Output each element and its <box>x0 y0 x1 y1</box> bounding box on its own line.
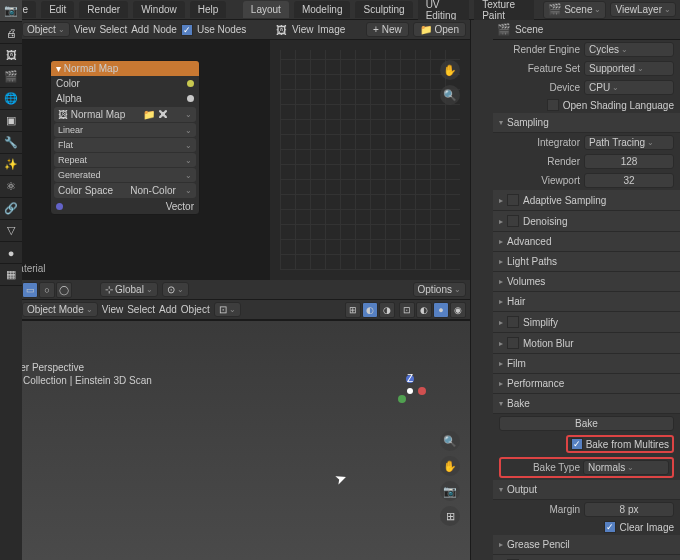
node-extension[interactable]: Repeat <box>54 153 196 167</box>
viewport-subheader: ⊞ Object Mode View Select Add Object ⊡ ⊞… <box>0 300 470 320</box>
socket-vector: Vector <box>166 201 194 212</box>
tab-layout[interactable]: Layout <box>243 1 289 18</box>
menu-add[interactable]: Add <box>159 304 177 315</box>
feature-set-select[interactable]: Supported <box>584 61 674 76</box>
scene-icon: 🎬 <box>497 23 511 37</box>
section-volumes[interactable]: Volumes <box>493 272 680 292</box>
nav-gizmo[interactable]: Z <box>390 371 430 411</box>
scene-breadcrumb: Scene <box>515 24 543 35</box>
bake-type-select[interactable]: Normals <box>583 460 669 475</box>
node-image-select[interactable]: 🖼 Normal Map📁 🗙 <box>54 107 196 122</box>
tab-sculpting[interactable]: Sculpting <box>355 1 412 18</box>
socket-dot[interactable] <box>187 95 194 102</box>
margin-input[interactable]: 8 px <box>584 502 674 517</box>
menu-object[interactable]: Object <box>181 304 210 315</box>
integrator-select[interactable]: Path Tracing <box>584 135 674 150</box>
open-image-button[interactable]: 📁 Open <box>413 22 466 37</box>
node-header: ◉ Object View Select Add Node ✓ Use Node… <box>0 20 270 40</box>
tab-render[interactable]: Render <box>79 1 128 18</box>
image-canvas[interactable] <box>280 50 460 270</box>
menu-add[interactable]: Add <box>131 24 149 35</box>
viewport-samples-input[interactable]: 32 <box>584 173 674 188</box>
menu-view[interactable]: View <box>292 24 314 35</box>
workspace-tabs: File Edit Render Window Help Layout Mode… <box>0 0 680 20</box>
node-colorspace[interactable]: Color SpaceNon-Color <box>54 183 196 198</box>
svg-point-4 <box>418 387 426 395</box>
options-dropdown[interactable]: Options <box>413 282 466 297</box>
viewport-3d[interactable]: User Perspective (1) Collection | Einste… <box>0 320 470 560</box>
section-motionblur[interactable]: Motion Blur <box>493 333 680 354</box>
section-film[interactable]: Film <box>493 354 680 374</box>
section-lightpaths[interactable]: Light Paths <box>493 252 680 272</box>
svg-point-5 <box>398 395 406 403</box>
section-output[interactable]: Output <box>493 480 680 500</box>
socket-color: Color <box>56 78 80 89</box>
transform-orientation[interactable]: ⊹ Global <box>100 282 158 297</box>
tab-modeling[interactable]: Modeling <box>294 1 351 18</box>
section-adaptive[interactable]: Adaptive Sampling <box>493 190 680 211</box>
select-circle-icon[interactable]: ○ <box>39 282 55 298</box>
socket-dot[interactable] <box>56 203 63 210</box>
node-normal-map[interactable]: ▾ Normal Map Color Alpha 🖼 Normal Map📁 🗙… <box>50 60 200 215</box>
section-performance[interactable]: Performance <box>493 374 680 394</box>
section-simplify[interactable]: Simplify <box>493 312 680 333</box>
menu-select[interactable]: Select <box>127 304 155 315</box>
scene-icon: 🎬 <box>548 3 562 17</box>
tab-help[interactable]: Help <box>190 1 227 18</box>
image-header: 🖼 View Image + New 📁 Open <box>270 20 470 40</box>
node-source[interactable]: Generated <box>54 168 196 182</box>
zoom-icon[interactable]: 🔍 <box>440 85 460 105</box>
section-advanced[interactable]: Advanced <box>493 232 680 252</box>
device-select[interactable]: CPU <box>584 80 674 95</box>
new-image-button[interactable]: + New <box>366 22 409 37</box>
pan-icon[interactable]: ✋ <box>440 60 460 80</box>
node-title[interactable]: ▾ Normal Map <box>51 61 199 76</box>
zoom-icon[interactable]: 🔍 <box>440 431 460 451</box>
use-nodes-label: Use Nodes <box>197 24 246 35</box>
image-editor[interactable]: 🖼 View Image + New 📁 Open ✋ 🔍 <box>270 20 470 280</box>
socket-dot[interactable] <box>187 80 194 87</box>
svg-text:Z: Z <box>407 373 413 384</box>
persp-icon[interactable]: ⊞ <box>440 506 460 526</box>
camera-icon[interactable]: 📷 <box>440 481 460 501</box>
menu-view[interactable]: View <box>102 304 124 315</box>
node-interp[interactable]: Linear <box>54 123 196 137</box>
node-projection[interactable]: Flat <box>54 138 196 152</box>
section-denoising[interactable]: Denoising <box>493 211 680 232</box>
section-freestyle[interactable]: Freestyle <box>493 555 680 560</box>
svg-point-3 <box>407 388 413 394</box>
section-sampling[interactable]: Sampling <box>493 113 680 133</box>
socket-alpha: Alpha <box>56 93 82 104</box>
render-samples-input[interactable]: 128 <box>584 154 674 169</box>
osl-checkbox[interactable] <box>547 99 559 111</box>
menu-node[interactable]: Node <box>153 24 177 35</box>
select-box-icon[interactable]: ▭ <box>22 282 38 298</box>
section-hair[interactable]: Hair <box>493 292 680 312</box>
node-object-select[interactable]: Object <box>22 22 70 37</box>
tab-window[interactable]: Window <box>133 1 185 18</box>
bake-button[interactable]: Bake <box>499 416 674 431</box>
scene-select[interactable]: 🎬Scene <box>543 1 606 19</box>
clear-image-checkbox[interactable]: ✓ <box>604 521 616 533</box>
bake-type-highlight: Bake TypeNormals <box>499 457 674 478</box>
menu-image[interactable]: Image <box>318 24 346 35</box>
properties-panel: 📷 🖨 🖼 🎬 🌐 ▣ 🔧 ✨ ⚛ 🔗 ▽ ● ▦ 🎬Scene Render … <box>470 20 680 560</box>
section-grease[interactable]: Grease Pencil <box>493 535 680 555</box>
pivot-select[interactable]: ⊙ <box>162 282 189 297</box>
overlay-icons: ⊞◐◑ <box>345 302 395 318</box>
select-lasso-icon[interactable]: ◯ <box>56 282 72 298</box>
shading-icons: ⊡◐●◉ <box>399 302 466 318</box>
bake-multires-checkbox[interactable]: ✓ <box>571 438 583 450</box>
viewlayer-select[interactable]: ViewLayer <box>610 2 676 17</box>
tab-edit[interactable]: Edit <box>41 1 74 18</box>
menu-view[interactable]: View <box>74 24 96 35</box>
viewport-overlay: User Perspective (1) Collection | Einste… <box>8 361 152 387</box>
obj-select[interactable]: ⊡ <box>214 302 241 317</box>
use-nodes-checkbox[interactable]: ✓ <box>181 24 193 36</box>
pan-icon[interactable]: ✋ <box>440 456 460 476</box>
mode-select[interactable]: Object Mode <box>22 302 98 317</box>
node-editor[interactable]: ◉ Object View Select Add Node ✓ Use Node… <box>0 20 270 280</box>
render-engine-select[interactable]: Cycles <box>584 42 674 57</box>
section-bake[interactable]: Bake <box>493 394 680 414</box>
menu-select[interactable]: Select <box>99 24 127 35</box>
